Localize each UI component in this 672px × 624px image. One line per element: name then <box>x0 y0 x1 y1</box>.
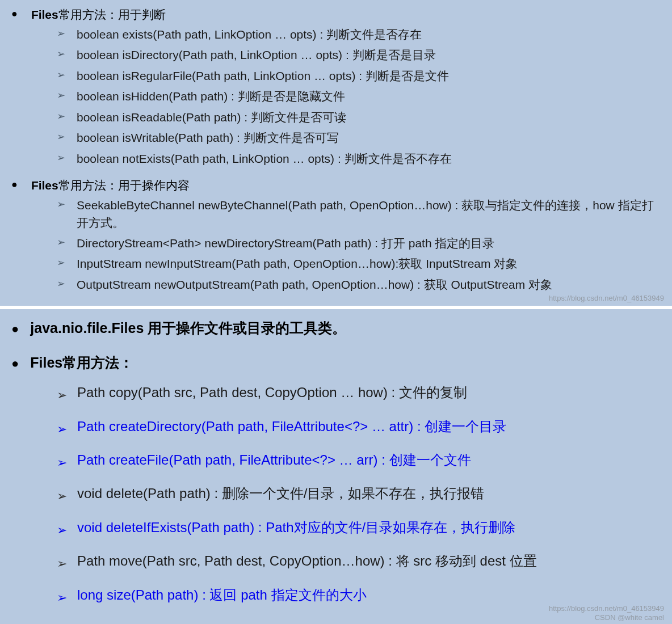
heading-text: java.nio.file.Files 用于操作文件或目录的工具类。 <box>30 316 346 340</box>
list-item: ➢Path copy(Path src, Path dest, CopyOpti… <box>57 382 661 406</box>
arrow-icon: ➢ <box>57 486 67 507</box>
arrow-icon: ➢ <box>57 553 67 574</box>
list-item: ➢boolean isDirectory(Path path, LinkOpti… <box>57 47 661 64</box>
heading-bold: Files <box>31 8 58 21</box>
list-item: ➢boolean notExists(Path path, LinkOption… <box>57 150 661 167</box>
item-text: boolean exists(Path path, LinkOption … o… <box>77 26 422 43</box>
list-item: ➢SeekableByteChannel newByteChannel(Path… <box>57 197 661 231</box>
arrow-icon: ➢ <box>57 452 67 473</box>
heading-rest: 常用方法：用于判断 <box>58 8 166 21</box>
item-text: boolean isDirectory(Path path, LinkOptio… <box>77 47 436 64</box>
list-item: ➢void delete(Path path) : 删除一个文件/目录，如果不存… <box>57 483 661 507</box>
item-text: long size(Path path) : 返回 path 指定文件的大小 <box>77 585 367 605</box>
list-item: ➢void deleteIfExists(Path path) : Path对应… <box>57 517 661 541</box>
item-text: DirectoryStream<Path> newDirectoryStream… <box>77 235 494 252</box>
item-text: boolean isReadable(Path path) : 判断文件是否可读 <box>77 109 346 126</box>
heading-text: Files常用方法： <box>30 351 133 375</box>
list-item: ➢boolean isRegularFile(Path path, LinkOp… <box>57 68 661 85</box>
list-item: ➢OutputStream newOutputStream(Path path,… <box>57 276 661 293</box>
item-text: boolean isHidden(Path path) : 判断是否是隐藏文件 <box>77 88 345 105</box>
watermark-text: CSDN @white camel <box>595 612 664 624</box>
list-item: ➢Path createDirectory(Path path, FileAtt… <box>57 416 661 440</box>
watermark-text: https://blog.csdn.net/m0_46153949 <box>549 294 664 302</box>
item-text: Path createFile(Path path, FileAttribute… <box>77 450 471 470</box>
heading-text: Files常用方法：用于操作内容 <box>31 178 190 193</box>
item-text: boolean notExists(Path path, LinkOption … <box>77 150 452 167</box>
sub-list-methods: ➢Path copy(Path src, Path dest, CopyOpti… <box>57 382 661 608</box>
heading-rest: 常用方法：用于操作内容 <box>58 179 190 192</box>
arrow-icon: ➢ <box>57 69 65 81</box>
arrow-icon: ➢ <box>57 587 67 608</box>
arrow-icon: ➢ <box>57 27 65 40</box>
arrow-icon: ➢ <box>57 198 65 210</box>
heading-rest: 常用方法： <box>62 355 133 370</box>
list-item: ➢boolean isHidden(Path path) : 判断是否是隐藏文件 <box>57 88 661 105</box>
heading-nio-files: ● java.nio.file.Files 用于操作文件或目录的工具类。 <box>11 316 661 340</box>
list-item: ➢Path createFile(Path path, FileAttribut… <box>57 450 661 473</box>
sub-list-judge: ➢boolean exists(Path path, LinkOption … … <box>57 26 661 167</box>
item-text: InputStream newInputStream(Path path, Op… <box>77 255 518 272</box>
bullet-disc-icon: ● <box>11 179 18 191</box>
arrow-icon: ➢ <box>57 48 65 60</box>
bullet-disc-icon: ● <box>11 353 19 374</box>
sub-list-content: ➢SeekableByteChannel newByteChannel(Path… <box>57 197 661 293</box>
list-item: ➢boolean exists(Path path, LinkOption … … <box>57 26 661 43</box>
arrow-icon: ➢ <box>57 151 65 164</box>
heading-bold: Files <box>30 355 62 370</box>
arrow-icon: ➢ <box>57 256 65 269</box>
section-heading-judge: ● Files常用方法：用于判断 <box>11 7 661 23</box>
list-item: ➢Path move(Path src, Path dest, CopyOpti… <box>57 551 661 574</box>
section-heading-content: ● Files常用方法：用于操作内容 <box>11 178 661 193</box>
item-text: void delete(Path path) : 删除一个文件/目录，如果不存在… <box>77 483 485 504</box>
item-text: SeekableByteChannel newByteChannel(Path … <box>77 197 661 231</box>
item-text: Path move(Path src, Path dest, CopyOptio… <box>77 551 537 571</box>
heading-bold: Files <box>31 179 58 192</box>
bullet-disc-icon: ● <box>11 8 18 20</box>
arrow-icon: ➢ <box>57 110 65 123</box>
list-item: ➢DirectoryStream<Path> newDirectoryStrea… <box>57 235 661 252</box>
heading-text: Files常用方法：用于判断 <box>31 7 166 23</box>
list-item: ➢InputStream newInputStream(Path path, O… <box>57 255 661 272</box>
bullet-disc-icon: ● <box>11 318 19 339</box>
list-item: ➢boolean isReadable(Path path) : 判断文件是否可… <box>57 109 661 126</box>
item-text: Path copy(Path src, Path dest, CopyOptio… <box>77 382 467 403</box>
item-text: Path createDirectory(Path path, FileAttr… <box>77 416 506 437</box>
arrow-icon: ➢ <box>57 385 67 406</box>
item-text: void deleteIfExists(Path path) : Path对应的… <box>77 517 515 538</box>
arrow-icon: ➢ <box>57 236 65 248</box>
panel-bottom: ● java.nio.file.Files 用于操作文件或目录的工具类。 ● F… <box>0 309 672 624</box>
arrow-icon: ➢ <box>57 277 65 290</box>
item-text: boolean isWritable(Path path) : 判断文件是否可写 <box>77 129 339 146</box>
arrow-icon: ➢ <box>57 89 65 102</box>
arrow-icon: ➢ <box>57 419 67 440</box>
item-text: boolean isRegularFile(Path path, LinkOpt… <box>77 68 449 85</box>
panel-top: ● Files常用方法：用于判断 ➢boolean exists(Path pa… <box>0 0 672 306</box>
item-text: OutputStream newOutputStream(Path path, … <box>77 276 552 293</box>
list-item: ➢boolean isWritable(Path path) : 判断文件是否可… <box>57 129 661 146</box>
heading-files-methods: ● Files常用方法： <box>11 351 661 375</box>
arrow-icon: ➢ <box>57 130 65 143</box>
arrow-icon: ➢ <box>57 520 67 541</box>
